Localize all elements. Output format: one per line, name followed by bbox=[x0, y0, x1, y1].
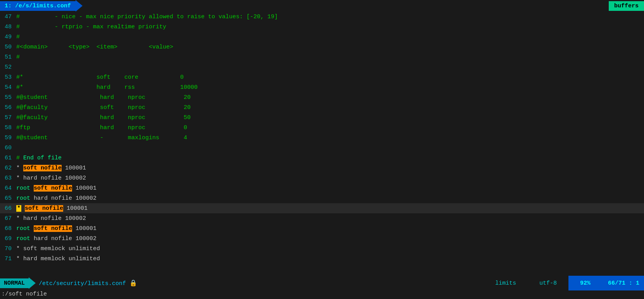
status-bar: NORMAL /etc/security/limits.conf 🔒 limit… bbox=[0, 277, 644, 289]
line-71: 71 * hard memlock unlimited bbox=[0, 254, 644, 264]
encoding-label: utf-8 bbox=[528, 280, 568, 287]
line-68: 68 root soft nofile 100001 bbox=[0, 223, 644, 233]
editor-container: 1: /e/s/limits.conf buffers 47 # - nice … bbox=[0, 0, 644, 299]
line-58: 58 #ftp hard nproc 0 bbox=[0, 123, 644, 133]
line-50: 50 #<domain> <type> <item> <value> bbox=[0, 42, 644, 52]
line-59: 59 #@student - maxlogins 4 bbox=[0, 133, 644, 143]
line-64: 64 root soft nofile 100001 bbox=[0, 183, 644, 193]
lines-container: 47 # - nice - max nice priority allowed … bbox=[0, 12, 644, 277]
line-63: 63 * hard nofile 100002 bbox=[0, 173, 644, 183]
buffers-button[interactable]: buffers bbox=[609, 1, 644, 11]
line-51: 51 # bbox=[0, 52, 644, 62]
cmdline: :/soft nofile bbox=[0, 289, 644, 299]
position-text: 92% 66/71 : 1 bbox=[575, 280, 644, 287]
pos-arrow bbox=[568, 277, 575, 289]
status-right: limits utf-8 92% 66/71 : 1 bbox=[484, 276, 644, 290]
line-70: 70 * soft memlock unlimited bbox=[0, 244, 644, 254]
tab-arrow bbox=[76, 0, 83, 12]
line-57: 57 #@faculty hard nproc 50 bbox=[0, 112, 644, 123]
lock-icon: 🔒 bbox=[129, 280, 137, 287]
line-62: 62 * soft nofile 100001 bbox=[0, 163, 644, 173]
line-52: 52 bbox=[0, 62, 644, 72]
line-49: 49 # bbox=[0, 32, 644, 42]
line-60: 60 bbox=[0, 143, 644, 153]
line-67: 67 * hard nofile 100002 bbox=[0, 213, 644, 223]
tab-label[interactable]: 1: /e/s/limits.conf bbox=[0, 1, 76, 11]
line-66: 66 * soft nofile 100001 bbox=[0, 203, 644, 213]
line-61: 61 # End of file bbox=[0, 153, 644, 163]
line-48: 48 # - rtprio - max realtime priority bbox=[0, 22, 644, 32]
line-69: 69 root hard nofile 100002 bbox=[0, 233, 644, 244]
line-53: 53 #* soft core 0 bbox=[0, 72, 644, 82]
line-65: 65 root hard nofile 100002 bbox=[0, 193, 644, 203]
mode-badge: NORMAL bbox=[0, 278, 29, 288]
title-bar: 1: /e/s/limits.conf buffers bbox=[0, 0, 644, 12]
line-56: 56 #@faculty soft nproc 20 bbox=[0, 102, 644, 112]
mode-arrow bbox=[29, 277, 36, 289]
line-47: 47 # - nice - max nice priority allowed … bbox=[0, 12, 644, 22]
filetype-label: limits bbox=[484, 280, 528, 287]
line-54: 54 #* hard rss 10000 bbox=[0, 82, 644, 92]
line-55: 55 #@student hard nproc 20 bbox=[0, 92, 644, 102]
file-path: /etc/security/limits.conf 🔒 bbox=[36, 279, 484, 287]
editor-body: 47 # - nice - max nice priority allowed … bbox=[0, 12, 644, 277]
position-badge: 92% 66/71 : 1 bbox=[568, 276, 644, 290]
